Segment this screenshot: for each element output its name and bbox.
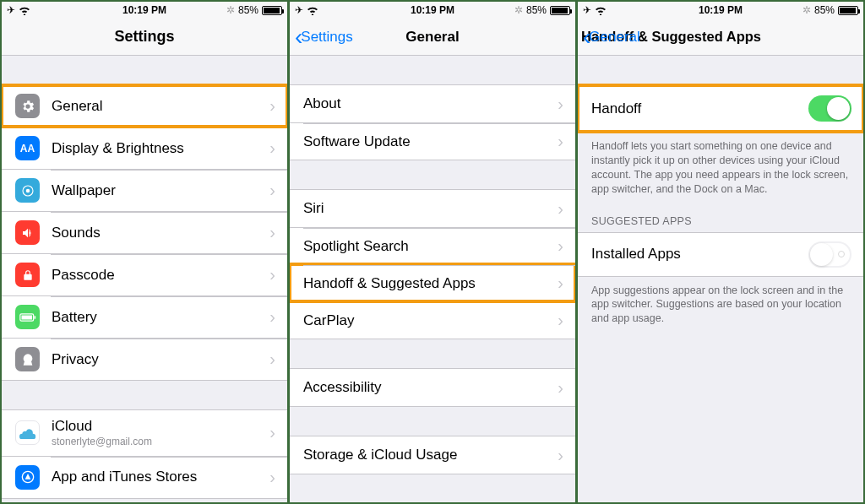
privacy-icon [15, 347, 40, 371]
row-general[interactable]: General › [2, 85, 287, 127]
chevron-right-icon: › [558, 274, 563, 293]
wifi-icon [595, 6, 607, 15]
chevron-right-icon: › [558, 378, 563, 398]
display-icon: AA [15, 136, 40, 160]
suggested-apps-header: SUGGESTED APPS [578, 202, 863, 232]
row-label: Spotlight Search [303, 238, 552, 255]
wifi-icon [19, 6, 30, 15]
bluetooth-icon: ✲ [514, 4, 523, 16]
row-siri[interactable]: Siri › [290, 190, 575, 227]
chevron-right-icon: › [269, 350, 275, 369]
svg-rect-4 [34, 316, 35, 318]
status-time: 10:19 PM [122, 4, 166, 16]
page-title: Settings [114, 28, 174, 46]
battery-icon [838, 6, 858, 15]
battery-icon [262, 6, 282, 15]
airplane-icon: ✈ [583, 4, 591, 16]
row-label: Handoff & Suggested Apps [303, 275, 552, 292]
airplane-icon: ✈ [7, 4, 15, 16]
row-carplay[interactable]: CarPlay › [290, 301, 575, 339]
row-passcode[interactable]: Passcode › [2, 253, 287, 295]
row-label: Passcode [52, 267, 264, 284]
row-storage[interactable]: Storage & iCloud Usage › [290, 436, 575, 474]
row-handoff-toggle[interactable]: Handoff [578, 85, 863, 132]
row-sublabel: stonerlyte@gmail.com [52, 436, 264, 447]
row-label: General [52, 98, 264, 115]
battery-pct: 85% [526, 4, 547, 16]
row-label: Privacy [52, 351, 264, 368]
screen-settings: ✈ 10:19 PM ✲ 85% Settings General › AA D… [2, 2, 287, 502]
row-icloud[interactable]: iCloud stonerlyte@gmail.com › [2, 410, 287, 456]
row-sounds[interactable]: Sounds › [2, 211, 287, 253]
back-label: Settings [301, 29, 352, 46]
handoff-group: Handoff [578, 84, 863, 133]
handoff-footer: Handoff lets you start something on one … [578, 133, 863, 202]
screen-general: ✈ 10:19 PM ✲ 85% ‹ Settings General Abou… [290, 2, 575, 502]
row-label: Accessibility [303, 379, 552, 396]
chevron-right-icon: › [558, 236, 563, 256]
settings-group-2: iCloud stonerlyte@gmail.com › App and iT… [2, 409, 287, 499]
wallpaper-icon [15, 178, 40, 203]
battery-pct: 85% [814, 4, 835, 16]
icloud-icon [15, 420, 40, 445]
row-spotlight[interactable]: Spotlight Search › [290, 227, 575, 264]
status-bar: ✈ 10:19 PM ✲ 85% [2, 2, 287, 19]
row-software-update[interactable]: Software Update › [290, 122, 575, 160]
installed-apps-toggle[interactable] [808, 241, 851, 268]
row-wallpaper[interactable]: Wallpaper › [2, 169, 287, 211]
row-privacy[interactable]: Privacy › [2, 338, 287, 380]
chevron-right-icon: › [269, 468, 275, 487]
appstore-icon [15, 465, 40, 490]
sounds-icon [15, 220, 40, 245]
chevron-right-icon: › [558, 311, 563, 330]
row-label: Handoff [591, 100, 808, 117]
battery-pct: 85% [238, 4, 258, 16]
passcode-icon [15, 263, 40, 287]
handoff-toggle[interactable] [808, 95, 851, 122]
general-group-1: About › Software Update › [290, 84, 575, 160]
row-label: Sounds [52, 225, 264, 241]
row-label: Wallpaper [52, 182, 264, 199]
row-handoff[interactable]: Handoff & Suggested Apps › [290, 264, 575, 301]
bluetooth-icon: ✲ [226, 4, 235, 16]
battery-icon [15, 305, 40, 329]
row-label: iCloud [52, 419, 264, 435]
row-appstore[interactable]: App and iTunes Stores › [2, 456, 287, 498]
nav-bar: Settings [2, 19, 287, 56]
row-label: App and iTunes Stores [52, 469, 264, 485]
chevron-right-icon: › [269, 181, 275, 200]
status-time: 10:19 PM [411, 4, 454, 16]
row-label: Battery [52, 309, 264, 326]
back-label: General [589, 29, 639, 46]
chevron-right-icon: › [269, 96, 275, 116]
chevron-right-icon: › [269, 307, 275, 327]
back-button[interactable]: ‹ Settings [295, 25, 353, 49]
chevron-right-icon: › [558, 199, 563, 219]
row-label: CarPlay [303, 312, 552, 329]
general-group-4: Storage & iCloud Usage › [290, 436, 575, 474]
row-label: Software Update [303, 133, 552, 150]
bluetooth-icon: ✲ [802, 4, 811, 16]
row-label: Display & Brightness [52, 140, 264, 157]
chevron-right-icon: › [558, 132, 563, 151]
chevron-right-icon: › [558, 446, 563, 465]
general-group-3: Accessibility › [290, 368, 575, 407]
settings-group-1: General › AA Display & Brightness › Wall… [2, 84, 287, 381]
status-bar: ✈ 10:19 PM ✲ 85% [290, 2, 575, 19]
chevron-right-icon: › [558, 95, 563, 114]
gear-icon [15, 94, 40, 118]
page-title: General [405, 29, 459, 46]
row-battery[interactable]: Battery › [2, 295, 287, 338]
status-time: 10:19 PM [699, 4, 743, 16]
back-button[interactable]: ‹ General [583, 25, 640, 49]
installed-footer: App suggestions appear on the lock scree… [578, 277, 863, 332]
row-about[interactable]: About › [290, 85, 575, 122]
row-label: Storage & iCloud Usage [303, 447, 552, 463]
nav-bar: ‹ General Handoff & Suggested Apps [578, 19, 863, 56]
battery-icon [550, 6, 570, 15]
row-accessibility[interactable]: Accessibility › [290, 369, 575, 406]
row-display[interactable]: AA Display & Brightness › [2, 127, 287, 169]
row-installed-apps[interactable]: Installed Apps [578, 233, 863, 276]
general-group-2: Siri › Spotlight Search › Handoff & Sugg… [290, 189, 575, 339]
screen-handoff: ✈ 10:19 PM ✲ 85% ‹ General Handoff & Sug… [578, 2, 863, 502]
